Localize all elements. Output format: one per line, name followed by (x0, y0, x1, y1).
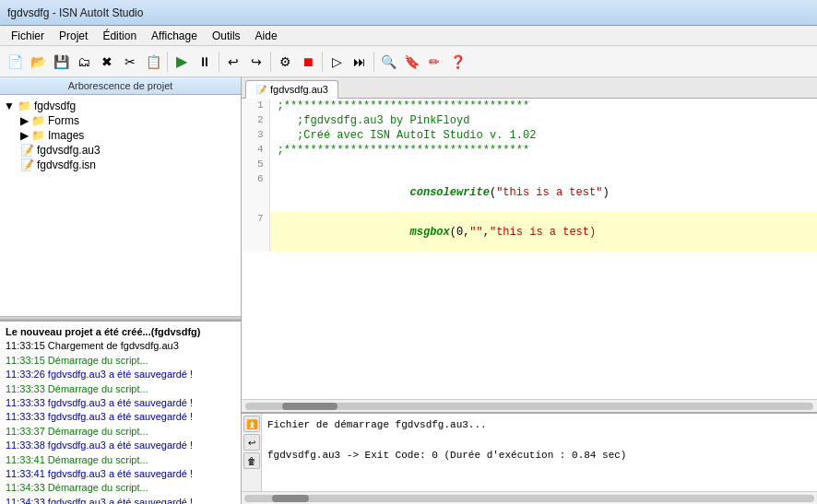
root-folder-icon: 📁 (18, 100, 31, 112)
code-line-3: 3 ;Créé avec ISN AutoIt Studio v. 1.02 (242, 128, 817, 143)
tree-item-au3[interactable]: 📝 fgdvsdfg.au3 (20, 143, 237, 158)
code-line-1: 1 ;************************************* (242, 99, 817, 113)
au3-file-icon: 📝 (20, 144, 34, 157)
tree-item-images[interactable]: ▶ 📁 Images (20, 128, 237, 143)
build-button[interactable]: ⚙ (274, 51, 296, 73)
log-line-10: 11:33:41 fgdvsdfg.au3 a été sauvegardé ! (6, 467, 235, 481)
tab-label: fgdvsdfg.au3 (270, 84, 328, 95)
code-content: ;************************************* (269, 99, 817, 113)
output-btn-2[interactable]: ↩ (243, 434, 260, 451)
sep5 (373, 52, 374, 72)
log-line-7: 11:33:37 Démarrage du script... (6, 425, 235, 439)
step-button[interactable]: ⏭ (349, 51, 371, 73)
log-line-2: 11:33:15 Démarrage du script... (6, 354, 235, 368)
output-with-buttons: ⏫ ↩ 🗑 Fichier de démarrage fgdvsdfg.au3.… (242, 414, 817, 491)
log-line-5: 11:33:33 fgdvsdfg.au3 a été sauvegardé ! (6, 396, 235, 410)
project-tree-title: Arborescence de projet (0, 77, 241, 95)
tree-item-forms[interactable]: ▶ 📁 Forms (20, 113, 237, 128)
log-line-11: 11:34:33 Démarrage du script... (6, 481, 235, 495)
tree-au3-label: fgdvsdfg.au3 (37, 144, 101, 157)
line-num: 5 (242, 158, 269, 172)
open-button[interactable]: 📂 (27, 51, 49, 73)
images-arrow: ▶ (20, 129, 29, 142)
output-hscrollbar[interactable] (242, 491, 817, 504)
code-line-5: 5 (242, 158, 817, 172)
code-table: 1 ;*************************************… (242, 99, 817, 252)
log-line-4: 11:33:33 Démarrage du script... (6, 382, 235, 396)
code-editor[interactable]: 1 ;*************************************… (242, 99, 817, 412)
log-line-12: 11:34:33 fgdvsdfg.au3 a été sauvegardé ! (6, 496, 235, 504)
edit-button[interactable]: ✏ (423, 51, 445, 73)
title-bar-text: fgdvsdfg - ISN AutoIt Studio (7, 6, 143, 19)
copy-button[interactable]: 📋 (142, 51, 164, 73)
play2-button[interactable]: ▷ (326, 51, 348, 73)
output-side-buttons: ⏫ ↩ 🗑 (242, 414, 262, 491)
line-num: 4 (242, 143, 269, 158)
output-line-3: fgdvsdfg.au3 -> Exit Code: 0 (Durée d'ex… (267, 448, 811, 463)
sep2 (219, 52, 219, 72)
code-content: consolewrite("this is a test") (269, 172, 817, 212)
tree-forms-label: Forms (48, 114, 79, 127)
undo-button[interactable]: ↩ (222, 51, 244, 73)
tree-item-isn[interactable]: 📝 fgdvsdfg.isn (20, 158, 237, 172)
menu-edition[interactable]: Édition (95, 28, 144, 44)
right-panel: 📝 fgdvsdfg.au3 1 ;**********************… (242, 77, 817, 504)
close-button[interactable]: ✖ (96, 51, 118, 73)
menu-affichage[interactable]: Affichage (144, 28, 205, 44)
output-text: Fichier de démarrage fgdvsdfg.au3... fgd… (262, 414, 817, 491)
redo-button[interactable]: ↪ (245, 51, 267, 73)
menu-projet[interactable]: Projet (52, 28, 95, 44)
code-hscrollbar[interactable] (242, 399, 817, 412)
saveall-button[interactable]: 🗂 (73, 51, 95, 73)
line-num: 7 (242, 212, 269, 252)
log-line-1: 11:33:15 Chargement de fgdvsdfg.au3 (6, 339, 235, 353)
menu-bar: Fichier Projet Édition Affichage Outils … (0, 26, 817, 46)
toolbar: 📄 📂 💾 🗂 ✖ ✂ 📋 ▶ ⏸ ↩ ↪ ⚙ ⏹ ▷ ⏭ 🔍 🔖 ✏ ❓ (0, 46, 817, 77)
log-area: Le nouveau projet a été créé...(fgdvsdfg… (0, 320, 241, 504)
output-btn-3[interactable]: 🗑 (243, 452, 260, 469)
menu-aide[interactable]: Aide (248, 28, 285, 44)
bookmark-button[interactable]: 🔖 (400, 51, 422, 73)
title-bar: fgdvsdfg - ISN AutoIt Studio (0, 0, 817, 26)
log-line-0: Le nouveau projet a été créé...(fgdvsdfg… (6, 325, 235, 339)
save-button[interactable]: 💾 (50, 51, 72, 73)
code-content (269, 158, 817, 172)
expand-icon: ▼ (4, 100, 15, 112)
project-tree: ▼ 📁 fgdvsdfg ▶ 📁 Forms ▶ 📁 Images 📝 fgdv… (0, 95, 241, 316)
code-scroll[interactable]: 1 ;*************************************… (242, 99, 817, 399)
forms-folder-icon: 📁 (31, 114, 45, 127)
tab-bar: 📝 fgdvsdfg.au3 (242, 77, 817, 99)
images-folder-icon: 📁 (31, 129, 45, 142)
line-num: 1 (242, 99, 269, 113)
log-line-3: 11:33:26 fgdvsdfg.au3 a été sauvegardé ! (6, 368, 235, 381)
pause-button[interactable]: ⏸ (194, 51, 216, 73)
log-line-9: 11:33:41 Démarrage du script... (6, 453, 235, 467)
help-button[interactable]: ❓ (446, 51, 468, 73)
run-button[interactable]: ▶ (171, 51, 193, 73)
sep1 (167, 52, 168, 72)
search-button[interactable]: 🔍 (377, 51, 399, 73)
tree-images-label: Images (48, 129, 84, 142)
output-line-1: Fichier de démarrage fgdvsdfg.au3... (267, 417, 811, 433)
menu-fichier[interactable]: Fichier (4, 28, 52, 44)
menu-outils[interactable]: Outils (205, 28, 248, 44)
new-button[interactable]: 📄 (4, 51, 26, 73)
code-content: ;************************************* (269, 143, 817, 158)
code-content: ;Créé avec ISN AutoIt Studio v. 1.02 (269, 128, 817, 143)
tree-root[interactable]: ▼ 📁 fgdvsdfg (4, 99, 237, 113)
output-line-2 (267, 433, 811, 449)
code-line-4: 4 ;************************************* (242, 143, 817, 158)
output-btn-1[interactable]: ⏫ (243, 416, 260, 432)
left-panel: Arborescence de projet ▼ 📁 fgdvsdfg ▶ 📁 … (0, 77, 242, 504)
isn-file-icon: 📝 (20, 158, 34, 171)
code-line-2: 2 ;fgdvsdfg.au3 by PinkFloyd (242, 113, 817, 128)
log-line-6: 11:33:33 fgdvsdfg.au3 a été sauvegardé ! (6, 410, 235, 424)
log-line-8: 11:33:38 fgdvsdfg.au3 a été sauvegardé ! (6, 439, 235, 452)
line-num: 3 (242, 128, 269, 143)
code-content: msgbox(0,"","this is a test) (269, 212, 817, 252)
stop-button[interactable]: ⏹ (297, 51, 319, 73)
tree-root-label: fgdvsdfg (34, 100, 76, 112)
output-panel: ⏫ ↩ 🗑 Fichier de démarrage fgdvsdfg.au3.… (242, 412, 817, 504)
tab-au3[interactable]: 📝 fgdvsdfg.au3 (245, 80, 338, 99)
cut-button[interactable]: ✂ (119, 51, 141, 73)
